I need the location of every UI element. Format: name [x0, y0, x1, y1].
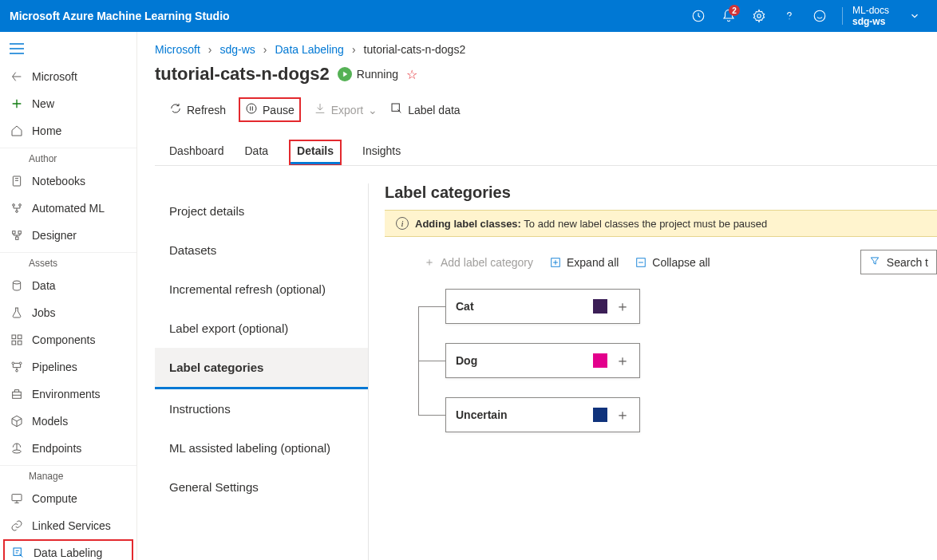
subnav-datasets[interactable]: Datasets: [155, 231, 368, 270]
help-icon[interactable]: [777, 3, 802, 29]
category-box[interactable]: Cat ＋: [445, 289, 640, 324]
nav-label: Microsoft: [32, 70, 77, 83]
details-subnav: Project details Datasets Incremental ref…: [155, 183, 369, 560]
nav-components[interactable]: Components: [0, 326, 136, 353]
tab-dashboard[interactable]: Dashboard: [169, 140, 224, 165]
menu-toggle-icon[interactable]: [0, 37, 136, 63]
category-tree: Cat ＋ Dog ＋: [385, 289, 937, 432]
nav-data-labeling[interactable]: Data Labeling: [3, 539, 133, 560]
add-child-icon[interactable]: ＋: [615, 299, 630, 314]
workspace-sub: sdg-ws: [852, 16, 889, 27]
favorite-star-icon[interactable]: ☆: [406, 67, 417, 82]
search-input[interactable]: Search t: [860, 250, 937, 274]
settings-icon[interactable]: [746, 3, 772, 29]
workspace-switcher[interactable]: ML-docs sdg-ws: [852, 5, 889, 28]
subnav-general-settings[interactable]: General Settings: [155, 467, 368, 507]
collapse-all-button[interactable]: Collapse all: [635, 256, 710, 269]
nav-compute[interactable]: Compute: [0, 485, 136, 512]
link-icon: [10, 519, 24, 533]
category-label: Cat: [456, 300, 585, 313]
color-swatch: [593, 408, 607, 422]
monitor-icon: [10, 491, 24, 506]
category-label: Uncertain: [456, 408, 585, 421]
expand-all-button[interactable]: Expand all: [549, 256, 619, 269]
add-child-icon[interactable]: ＋: [615, 353, 630, 368]
environment-icon: [10, 387, 24, 401]
svg-rect-13: [18, 335, 22, 339]
ptool-label: Add label category: [441, 256, 533, 269]
workspace-name: ML-docs: [852, 5, 889, 16]
labeling-icon: [11, 546, 26, 560]
chevron-down-icon[interactable]: [902, 3, 927, 29]
nav-label: Home: [32, 124, 61, 137]
crumb-data-labeling[interactable]: Data Labeling: [275, 43, 344, 56]
subnav-label-export[interactable]: Label export (optional): [155, 309, 368, 348]
filter-icon: [869, 255, 880, 269]
tab-details[interactable]: Details: [289, 140, 342, 165]
svg-point-11: [13, 281, 20, 284]
refresh-button[interactable]: Refresh: [169, 102, 226, 117]
svg-point-7: [16, 211, 18, 213]
nav-label: Data Labeling: [34, 546, 102, 559]
nav-home[interactable]: Home: [0, 117, 136, 144]
collapse-icon: [635, 256, 647, 269]
svg-rect-8: [13, 231, 15, 234]
nav-new[interactable]: New: [0, 90, 136, 117]
nav-jobs[interactable]: Jobs: [0, 299, 136, 326]
pause-button[interactable]: Pause: [239, 97, 301, 122]
crumb-microsoft[interactable]: Microsoft: [155, 43, 200, 56]
subnav-ml-assisted[interactable]: ML assisted labeling (optional): [155, 428, 368, 467]
banner-bold: Adding label classes:: [415, 218, 521, 230]
nav-endpoints[interactable]: Endpoints: [0, 435, 136, 462]
pipeline-icon: [10, 360, 24, 374]
nav-linked-services[interactable]: Linked Services: [0, 512, 136, 539]
svg-rect-21: [12, 495, 22, 501]
crumb-workspace[interactable]: sdg-ws: [219, 43, 255, 56]
history-icon[interactable]: [686, 3, 711, 29]
category-row: Cat ＋: [423, 289, 937, 324]
data-icon: [10, 278, 24, 293]
subnav-project-details[interactable]: Project details: [155, 191, 368, 231]
add-label-category-button: ＋Add label category: [423, 256, 533, 269]
nav-pipelines[interactable]: Pipelines: [0, 353, 136, 381]
status-running-icon: [338, 67, 352, 81]
subnav-instructions[interactable]: Instructions: [155, 389, 368, 428]
subnav-incremental-refresh[interactable]: Incremental refresh (optional): [155, 270, 368, 309]
tab-insights[interactable]: Insights: [362, 140, 401, 165]
plus-icon: ＋: [423, 256, 436, 269]
nav-models[interactable]: Models: [0, 408, 136, 435]
ptool-label: Collapse all: [652, 256, 710, 269]
nav-designer[interactable]: Designer: [0, 222, 136, 249]
label-data-button[interactable]: Label data: [390, 102, 460, 117]
category-row: Dog ＋: [423, 343, 937, 378]
svg-point-1: [757, 14, 761, 18]
nav-automl[interactable]: Automated ML: [0, 195, 136, 222]
category-row: Uncertain ＋: [423, 397, 937, 432]
nav-label: Designer: [32, 229, 77, 242]
nav-label: New: [32, 97, 54, 110]
nav-label: Endpoints: [32, 442, 81, 455]
nav-notebooks[interactable]: Notebooks: [0, 168, 136, 195]
subnav-label-categories[interactable]: Label categories: [155, 348, 368, 389]
nav-data[interactable]: Data: [0, 272, 136, 299]
nav-back[interactable]: Microsoft: [0, 63, 136, 90]
edit-icon: [390, 102, 403, 117]
page-title: tutorial-cats-n-dogs2: [155, 64, 330, 85]
feedback-icon[interactable]: [807, 3, 832, 29]
svg-point-18: [16, 369, 18, 372]
category-box[interactable]: Uncertain ＋: [445, 397, 640, 432]
color-swatch: [593, 299, 607, 314]
btn-label: Export: [331, 104, 363, 116]
svg-point-23: [247, 104, 256, 113]
back-arrow-icon: [10, 69, 24, 84]
category-box[interactable]: Dog ＋: [445, 343, 640, 378]
btn-label: Label data: [408, 104, 460, 116]
tab-data[interactable]: Data: [245, 140, 269, 165]
add-child-icon[interactable]: ＋: [615, 408, 630, 422]
notifications-icon[interactable]: 2: [716, 3, 741, 29]
nav-environments[interactable]: Environments: [0, 381, 136, 408]
notification-badge: 2: [729, 5, 740, 16]
nav-section-assets: Assets: [0, 252, 136, 272]
ptool-label: Expand all: [567, 256, 619, 269]
svg-rect-12: [12, 335, 16, 339]
